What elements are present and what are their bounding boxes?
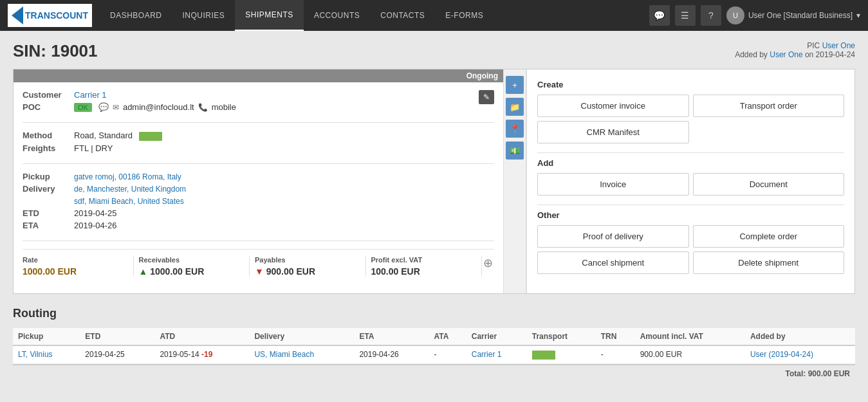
- money-icon-button[interactable]: 💵: [506, 142, 524, 160]
- delivery-value2: sdf, Miami Beach, United States: [74, 196, 494, 206]
- invoice-button[interactable]: Invoice: [537, 173, 689, 196]
- nav-contacts[interactable]: CONTACTS: [370, 0, 435, 31]
- col-added-by: Added by: [745, 328, 855, 345]
- plus-icon-button[interactable]: +: [506, 76, 524, 94]
- freights-row: Freights FTL | DRY: [23, 143, 494, 153]
- rate-label: Rate: [23, 256, 128, 264]
- nav-links: DASHBOARD INQUIRIES SHIPMENTS ACCOUNTS C…: [100, 0, 649, 31]
- truck-transport-icon: [532, 351, 555, 360]
- nav-accounts[interactable]: ACCOUNTS: [304, 0, 370, 31]
- etd-label: ETD: [23, 208, 74, 218]
- nav-shipments[interactable]: SHIPMENTS: [235, 0, 304, 31]
- document-button[interactable]: Document: [693, 173, 845, 196]
- edit-button[interactable]: ✎: [479, 90, 494, 104]
- help-icon-button[interactable]: ?: [701, 5, 721, 26]
- delivery-value1: de, Manchester, United Kingdom: [74, 184, 494, 194]
- list-icon-button[interactable]: ☰: [675, 5, 696, 26]
- routing-table: Pickup ETD ATD Delivery ETA ATA Carrier …: [13, 328, 855, 364]
- col-transport: Transport: [527, 328, 596, 345]
- logo-box: TRANSCOUNT: [8, 4, 92, 27]
- complete-order-button[interactable]: Complete order: [693, 225, 845, 248]
- transport-order-button[interactable]: Transport order: [693, 95, 845, 117]
- etd-row: ETD 2019-04-25: [23, 208, 494, 218]
- customer-value: Carrier 1: [74, 90, 479, 100]
- cancel-shipment-button[interactable]: Cancel shipment: [537, 251, 689, 274]
- pickup-label: Pickup: [23, 172, 74, 181]
- total-row: Total: 900.00 EUR: [13, 364, 855, 382]
- phone-icon: 📞: [198, 103, 208, 112]
- customer-row: Customer Carrier 1: [23, 90, 479, 100]
- nav-dashboard[interactable]: DASHBOARD: [100, 0, 172, 31]
- cmr-manifest-button[interactable]: CMR Manifest: [537, 121, 689, 143]
- nav-inquiries[interactable]: INQUIRIES: [172, 0, 235, 31]
- chevron-down-icon: ▾: [856, 11, 860, 20]
- create-title: Create: [537, 80, 844, 89]
- customer-section: ✎ Customer Carrier 1 POC OK 💬: [23, 90, 494, 123]
- receivables-value: ▲ 1000.00 EUR: [139, 266, 245, 277]
- email-icon: ✉: [113, 103, 119, 112]
- rate-col: Rate 1000.00 EUR: [23, 256, 134, 277]
- poc-label: POC: [23, 102, 74, 112]
- routing-section: Routing Pickup ETD ATD Delivery ETA ATA …: [13, 307, 855, 382]
- page-meta: PIC User One Added by User One on 2019-0…: [735, 41, 855, 59]
- topnav: TRANSCOUNT DASHBOARD INQUIRIES SHIPMENTS…: [0, 0, 868, 31]
- shipment-card: Ongoing ✎ Customer Carrier 1 POC: [14, 69, 503, 293]
- added-by-link[interactable]: User (2019-04-24): [750, 350, 813, 359]
- routing-title: Routing: [13, 307, 855, 320]
- table-row: LT, Vilnius 2019-04-25 2019-05-14 -19 US…: [13, 345, 855, 363]
- col-carrier: Carrier: [466, 328, 527, 345]
- col-pickup: Pickup: [13, 328, 80, 345]
- nav-eforms[interactable]: E-FORMS: [435, 0, 494, 31]
- financials-section: Rate 1000.00 EUR Receivables ▲ 1000.00 E…: [23, 249, 494, 277]
- delivery-row1: Delivery de, Manchester, United Kingdom: [23, 184, 494, 194]
- profit-value: 100.00 EUR: [371, 266, 477, 277]
- added-by-link[interactable]: User One: [770, 50, 802, 59]
- address-section: Pickup gatve romoj, 00186 Roma, Italy De…: [23, 172, 494, 241]
- payables-col: Payables ▼ 900.00 EUR: [250, 256, 366, 277]
- user-menu[interactable]: U User One [Standard Business] ▾: [726, 6, 860, 24]
- card-body: ✎ Customer Carrier 1 POC OK 💬: [14, 82, 503, 284]
- proof-delivery-button[interactable]: Proof of delivery: [537, 225, 689, 248]
- page-content: SIN: 19001 PIC User One Added by User On…: [0, 31, 868, 392]
- delivery-link1[interactable]: de, Manchester, United Kingdom: [74, 185, 186, 194]
- add-financial-button[interactable]: ⊕: [482, 256, 494, 270]
- other-title: Other: [537, 210, 844, 220]
- row-transport: [527, 345, 596, 363]
- customer-link[interactable]: Carrier 1: [74, 90, 107, 100]
- delivery-row2: sdf, Miami Beach, United States: [23, 196, 494, 206]
- pickup-link[interactable]: gatve romoj, 00186 Roma, Italy: [74, 172, 181, 181]
- col-etd: ETD: [80, 328, 154, 345]
- delivery-label: Delivery: [23, 184, 74, 194]
- add-buttons: Invoice Document: [537, 173, 844, 196]
- create-buttons: Customer invoice Transport order CMR Man…: [537, 95, 844, 143]
- add-title: Add: [537, 158, 844, 168]
- divider-2: [537, 205, 844, 205]
- receivables-amount: 1000.00 EUR: [150, 266, 204, 277]
- row-ata: -: [429, 345, 466, 363]
- pic-label: PIC: [807, 41, 820, 50]
- page-header: SIN: 19001 PIC User One Added by User On…: [13, 41, 855, 61]
- row-pickup: LT, Vilnius: [13, 345, 80, 363]
- added-label: Added by: [735, 50, 768, 59]
- folder-icon-button[interactable]: 📁: [506, 98, 524, 116]
- delete-shipment-button[interactable]: Delete shipment: [693, 251, 845, 274]
- location-icon-button[interactable]: 📍: [506, 120, 524, 138]
- payables-label: Payables: [255, 256, 360, 264]
- method-row: Method Road, Standard: [23, 131, 494, 141]
- logo-area: TRANSCOUNT: [0, 0, 100, 31]
- nav-right: 💬 ☰ ? U User One [Standard Business] ▾: [649, 5, 868, 26]
- row-atd: 2019-05-14 -19: [154, 345, 249, 363]
- poc-row: POC OK 💬 ✉ admin@infocloud.lt 📞 mobile: [23, 102, 479, 112]
- eta-label: ETA: [23, 221, 74, 230]
- row-etd: 2019-04-25: [80, 345, 154, 363]
- delivery-link2[interactable]: sdf, Miami Beach, United States: [74, 197, 184, 206]
- actions-panel: Create Customer invoice Transport order …: [526, 69, 854, 293]
- etd-value: 2019-04-25: [74, 208, 494, 218]
- chat-icon-button[interactable]: 💬: [649, 5, 670, 26]
- pic-user-link[interactable]: User One: [822, 41, 855, 50]
- row-amount: 900.00 EUR: [635, 345, 745, 363]
- row-added-by: User (2019-04-24): [745, 345, 855, 363]
- table-header-row: Pickup ETD ATD Delivery ETA ATA Carrier …: [13, 328, 855, 345]
- customer-invoice-button[interactable]: Customer invoice: [537, 95, 689, 117]
- divider-1: [537, 152, 844, 153]
